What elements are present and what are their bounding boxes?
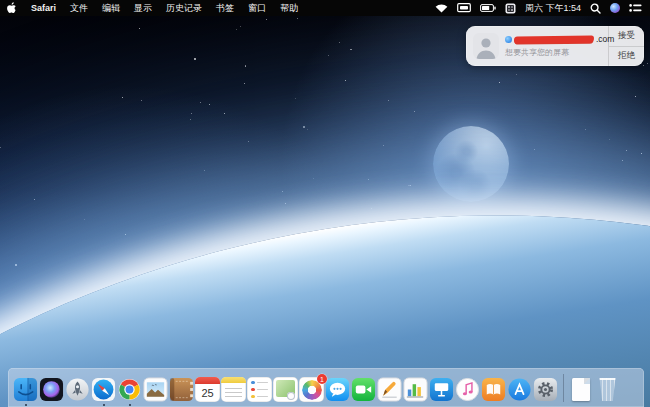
dock-safari[interactable]	[91, 377, 116, 402]
dock-facetime[interactable]	[351, 377, 376, 402]
display-mirroring-icon[interactable]	[457, 3, 471, 13]
dock-contacts[interactable]	[169, 377, 194, 402]
menu-history[interactable]: 历史记录	[159, 0, 209, 16]
dock-itunes[interactable]	[455, 377, 480, 402]
dock-system-preferences[interactable]	[533, 377, 558, 402]
menu-edit[interactable]: 编辑	[95, 0, 127, 16]
apple-logo-icon	[7, 2, 17, 14]
dock-preview[interactable]	[143, 377, 168, 402]
dock-keynote[interactable]	[429, 377, 454, 402]
dock: 25 1	[8, 368, 644, 407]
input-method-icon[interactable]	[505, 3, 516, 14]
dock-photos[interactable]: 1	[299, 377, 324, 402]
notes-icon	[221, 377, 246, 402]
dock-finder[interactable]	[13, 377, 38, 402]
dock-ibooks[interactable]	[481, 377, 506, 402]
dock-photo-booth[interactable]	[273, 377, 298, 402]
dock-notes[interactable]	[221, 377, 246, 402]
dock-reminders[interactable]	[247, 377, 272, 402]
wallpaper-sky	[0, 16, 650, 407]
dock-app-store[interactable]	[507, 377, 532, 402]
dock-chrome[interactable]	[117, 377, 142, 402]
app-menu-safari[interactable]: Safari	[24, 0, 63, 16]
desktop: Safari 文件 编辑 显示 历史记录 书签 窗口 帮助 周六 下午1:54	[0, 0, 650, 407]
caller-app-icon	[505, 36, 512, 43]
trash-icon	[598, 378, 617, 401]
dock-trash[interactable]	[595, 377, 620, 402]
dock-launchpad[interactable]	[65, 377, 90, 402]
photos-badge: 1	[317, 374, 327, 384]
avatar	[473, 33, 499, 59]
moon	[433, 126, 509, 202]
dock-documents[interactable]	[569, 377, 594, 402]
calendar-header	[195, 377, 220, 384]
dock-numbers[interactable]	[403, 377, 428, 402]
battery-icon[interactable]	[480, 4, 496, 12]
photo-booth-icon	[273, 377, 298, 402]
documents-icon	[572, 378, 590, 401]
redacted-sender-address	[514, 35, 594, 43]
running-indicator	[129, 404, 132, 407]
dock-calendar[interactable]: 25	[195, 377, 220, 402]
spotlight-search-icon[interactable]	[590, 3, 601, 14]
dock-pages[interactable]	[377, 377, 402, 402]
screen-share-notification[interactable]: .com 想要共享您的屏幕 接受 拒绝	[466, 26, 644, 66]
decline-button[interactable]: 拒绝	[609, 46, 644, 67]
calendar-icon: 25	[195, 377, 220, 402]
running-indicator	[25, 404, 28, 407]
accept-button[interactable]: 接受	[609, 26, 644, 46]
notification-center-icon[interactable]	[629, 3, 642, 13]
apple-menu[interactable]	[0, 0, 24, 16]
notification-message: 想要共享您的屏幕	[505, 47, 608, 58]
menu-help[interactable]: 帮助	[273, 0, 305, 16]
earth-horizon	[0, 57, 650, 407]
dock-messages[interactable]	[325, 377, 350, 402]
menu-bookmarks[interactable]: 书签	[209, 0, 241, 16]
menu-bar-clock[interactable]: 周六 下午1:54	[525, 2, 581, 15]
menu-view[interactable]: 显示	[127, 0, 159, 16]
calendar-day: 25	[195, 384, 220, 402]
running-indicator	[103, 404, 106, 407]
menu-window[interactable]: 窗口	[241, 0, 273, 16]
person-silhouette-icon	[473, 33, 499, 59]
dock-divider	[563, 374, 564, 402]
wifi-icon[interactable]	[435, 3, 448, 13]
siri-icon[interactable]	[610, 3, 620, 13]
menu-file[interactable]: 文件	[63, 0, 95, 16]
reminders-icon	[247, 377, 272, 402]
menu-bar: Safari 文件 编辑 显示 历史记录 书签 窗口 帮助 周六 下午1:54	[0, 0, 650, 16]
dock-siri[interactable]	[39, 377, 64, 402]
